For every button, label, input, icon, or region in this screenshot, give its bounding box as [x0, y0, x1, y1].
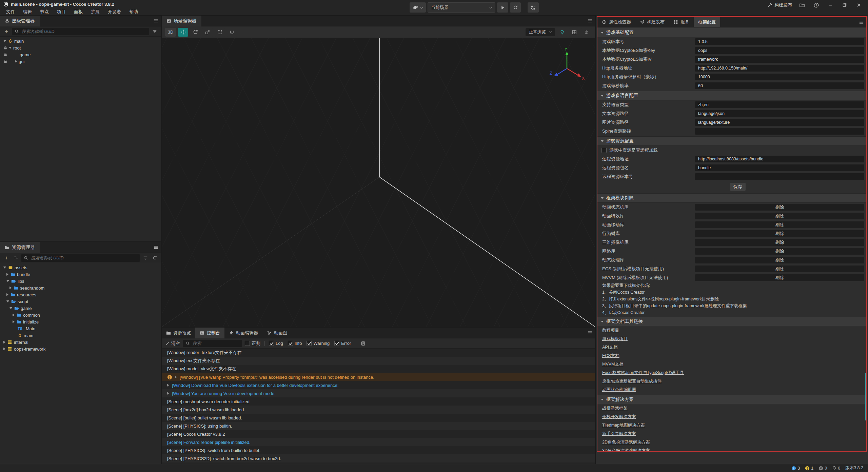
section-header[interactable]: 游戏多语言配置 [597, 91, 866, 100]
hierarchy-node[interactable]: main [0, 38, 161, 44]
field-input[interactable]: 10000 [695, 74, 864, 80]
field-input[interactable]: bundle [695, 164, 864, 171]
minimize-button[interactable] [826, 1, 835, 9]
hierarchy-menu-button[interactable] [151, 16, 161, 26]
doc-link[interactable]: 3D角色扮演游戏解决方案 [602, 448, 650, 452]
preview-scene-select[interactable]: 当前场景 [428, 2, 495, 13]
status-info-counter[interactable]: 3 [791, 466, 800, 471]
tab-hierarchy[interactable]: 层级管理器 [0, 16, 40, 26]
tab-assets[interactable]: 资源管理器 [0, 242, 40, 253]
filter-checkbox-Log[interactable]: Log [269, 341, 283, 346]
anchor-tool-button[interactable] [227, 28, 237, 37]
section-header[interactable]: 框架模块剔除 [597, 193, 866, 203]
console-tab-动画图[interactable]: 动画图 [262, 328, 292, 338]
preview-qr-button[interactable] [528, 2, 539, 13]
hierarchy-search-input[interactable] [21, 29, 146, 34]
status-warning-counter[interactable]: 1 [805, 466, 813, 471]
open-project-folder-button[interactable] [797, 1, 806, 9]
doc-link[interactable]: 游戏模板项目 [602, 336, 628, 342]
field-input[interactable]: 60 [695, 82, 864, 89]
doc-link[interactable]: MVVM文档 [602, 361, 624, 367]
hierarchy-filter-button[interactable] [151, 28, 158, 35]
menu-item[interactable]: 扩展 [87, 8, 104, 16]
field-input[interactable]: http://192.168.0.150/main/ [695, 65, 864, 72]
module-remove-button[interactable]: 剔除 [695, 221, 864, 228]
console-message[interactable]: [Window] [Vue warn]: Property "onInput" … [162, 373, 595, 381]
console-clear-button[interactable]: 清空 [165, 340, 180, 347]
doc-link[interactable]: 教程项目 [602, 328, 619, 333]
regex-checkbox[interactable]: 正则 [245, 340, 260, 347]
filter-checkbox-Info[interactable]: Info [288, 341, 302, 346]
section-header[interactable]: 框架文档工具链接 [597, 317, 866, 326]
doc-link[interactable]: 战棋游戏框架 [602, 406, 628, 411]
chevron-right-icon[interactable] [6, 293, 8, 296]
chevron-right-icon[interactable] [6, 273, 8, 276]
scene-viewport[interactable]: Y X Z [162, 38, 595, 327]
field-input[interactable] [695, 128, 864, 135]
help-button[interactable]: ? [812, 1, 821, 9]
console-tab-动画编辑器[interactable]: 动画编辑器 [224, 328, 262, 338]
inspector-tab-框架配置[interactable]: 框架配置 [694, 17, 720, 27]
doc-link[interactable]: 2D角色扮演游戏解决方案 [602, 439, 650, 445]
field-input[interactable]: 1.0.5 [695, 38, 864, 45]
module-remove-button[interactable]: 剔除 [695, 239, 864, 246]
asset-node[interactable]: initialize [0, 318, 161, 325]
console-menu-button[interactable] [585, 328, 595, 338]
rect-tool-button[interactable] [215, 28, 225, 37]
asset-node[interactable]: bundle [0, 271, 161, 278]
preview-platform-button[interactable] [410, 2, 426, 13]
asset-node[interactable]: oops-framework [0, 346, 161, 352]
chevron-down-icon[interactable] [3, 267, 6, 269]
inspector-tab-构建发布[interactable]: 构建发布 [635, 17, 669, 27]
status-notification-counter[interactable]: 0 [832, 466, 840, 471]
section-header[interactable]: 游戏基础配置 [597, 28, 866, 37]
menu-item[interactable]: 文件 [2, 8, 19, 16]
asset-node[interactable]: libs [0, 278, 161, 284]
assets-sort-button[interactable] [12, 254, 19, 262]
scene-settings-button[interactable] [581, 28, 592, 37]
doc-link[interactable]: 动画状态机编辑器 [602, 387, 636, 393]
doc-link[interactable]: Tiledmap地图解决方案 [602, 422, 645, 428]
field-input[interactable] [695, 173, 864, 180]
checkbox-row[interactable]: 游戏中资源是否远程加载 [597, 146, 866, 155]
field-input[interactable]: zh,en [695, 101, 864, 108]
assets-refresh-button[interactable] [151, 254, 158, 262]
chevron-right-icon[interactable] [3, 341, 5, 343]
module-remove-button[interactable]: 剔除 [695, 257, 864, 263]
doc-link[interactable]: ECS文档 [602, 353, 619, 359]
scene-menu-button[interactable] [585, 16, 595, 26]
module-remove-button[interactable]: 剔除 [695, 204, 864, 211]
menu-item[interactable]: 节点 [36, 8, 53, 16]
lighting-toggle-button[interactable] [557, 28, 567, 37]
menu-item[interactable]: 项目 [53, 8, 70, 16]
move-tool-button[interactable] [178, 28, 188, 37]
doc-link[interactable]: 新手引导解决方案 [602, 431, 636, 437]
create-asset-button[interactable]: + [3, 254, 10, 262]
chevron-right-icon[interactable] [175, 376, 177, 378]
section-header[interactable]: 框架解决方案 [597, 395, 866, 404]
chevron-right-icon[interactable] [13, 320, 15, 323]
rotate-tool-button[interactable] [190, 28, 200, 37]
hierarchy-node[interactable]: game [0, 51, 161, 58]
chevron-right-icon[interactable] [167, 384, 169, 387]
scale-tool-button[interactable] [202, 28, 213, 37]
inspector-menu-button[interactable] [856, 17, 866, 27]
chevron-right-icon[interactable] [15, 60, 17, 63]
doc-link[interactable]: Excel格式转Json文件与TypeScript代码工具 [602, 370, 684, 376]
field-input[interactable]: oops [695, 47, 864, 54]
tab-scene-editor[interactable]: 场景编辑器 [162, 16, 201, 26]
filter-checkbox-Warning[interactable]: Warning [307, 341, 330, 346]
field-input[interactable]: http://localhost:8083/assets/bundle [695, 156, 864, 162]
doc-link[interactable]: 原生包热更新配置自动生成插件 [602, 378, 662, 384]
asset-node[interactable]: TSMain [0, 325, 161, 332]
status-error-counter[interactable]: 0 [818, 466, 827, 471]
asset-node[interactable]: seedrandom [0, 284, 161, 291]
asset-node[interactable]: assets [0, 264, 161, 271]
module-remove-button[interactable]: 剔除 [695, 213, 864, 219]
chevron-down-icon[interactable] [9, 307, 12, 309]
hierarchy-node[interactable]: gui [0, 58, 161, 65]
field-input[interactable]: framework [695, 56, 864, 63]
asset-node[interactable]: main [0, 332, 161, 339]
chevron-down-icon[interactable] [6, 280, 9, 282]
module-remove-button[interactable]: 剔除 [695, 248, 864, 255]
